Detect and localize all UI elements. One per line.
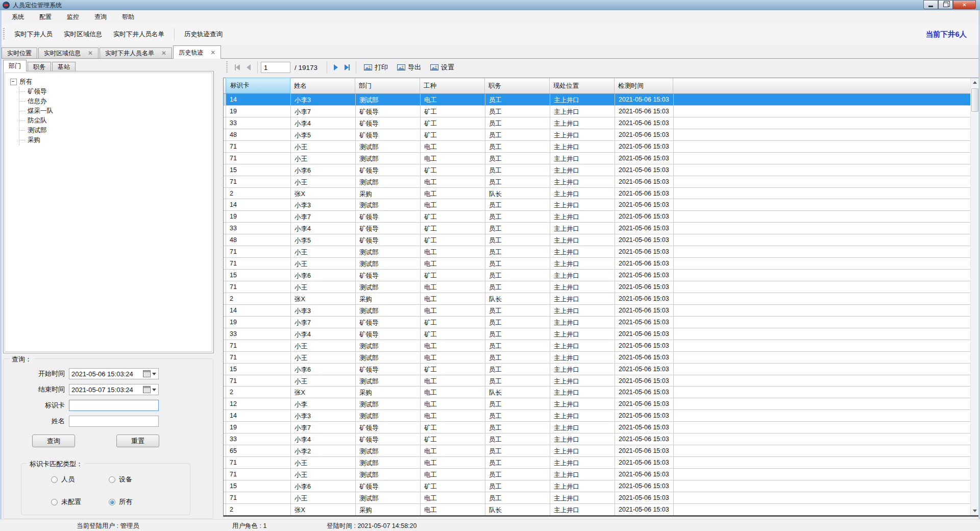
- table-row[interactable]: 65小李2测试部电工员工主上井口2021-05-06 15:03: [224, 445, 970, 457]
- scroll-down-button[interactable]: [971, 506, 979, 515]
- card-id-input[interactable]: [71, 402, 156, 409]
- table-row[interactable]: 33小李4矿领导矿工员工主上井口2021-05-06 15:03: [224, 117, 970, 129]
- tab-department[interactable]: 部门: [3, 60, 27, 71]
- table-row[interactable]: 12小李测试部电工员工主上井口2021-05-06 15:03: [224, 398, 970, 410]
- tree-node-dust-team[interactable]: 防尘队: [19, 116, 212, 126]
- tab-realtime-area-info[interactable]: 实时区域信息 ✕: [38, 47, 99, 58]
- table-row[interactable]: 48小李5矿领导矿工员工主上井口2021-05-06 15:03: [224, 234, 970, 246]
- prev-page-button[interactable]: [243, 62, 254, 73]
- scrollbar-thumb[interactable]: [971, 88, 978, 112]
- calendar-icon[interactable]: [143, 370, 151, 377]
- search-button[interactable]: 查询: [32, 435, 75, 447]
- start-time-picker[interactable]: 2021-05-06 15:03:24: [69, 368, 159, 379]
- tree-node-test-dept[interactable]: 测试部: [19, 126, 212, 135]
- table-row[interactable]: 2张X采购电工队长主上井口2021-05-06 15:03: [224, 188, 970, 200]
- tab-close-icon[interactable]: ✕: [210, 50, 215, 56]
- table-row[interactable]: 33小李4矿领导矿工员工主上井口2021-05-06 15:03: [224, 433, 970, 445]
- menu-item-help[interactable]: 帮助: [114, 11, 142, 23]
- tab-realtime-position[interactable]: 实时位置: [2, 47, 37, 58]
- export-button[interactable]: 导出: [393, 61, 426, 74]
- table-row[interactable]: 71小王测试部电工员工主上井口2021-05-06 15:03: [224, 141, 970, 153]
- radio-icon[interactable]: [109, 499, 115, 505]
- restore-button[interactable]: [938, 0, 953, 9]
- toolbar-history-track-query[interactable]: 历史轨迹查询: [179, 27, 228, 42]
- table-row[interactable]: 71小王测试部电工员工主上井口2021-05-06 15:03: [224, 258, 970, 270]
- minimize-button[interactable]: [923, 0, 938, 9]
- print-button[interactable]: 打印: [359, 61, 393, 74]
- table-row[interactable]: 2张X采购电工队长主上井口2021-05-06 15:03: [224, 293, 970, 305]
- match-option-2[interactable]: 未配置: [51, 497, 81, 506]
- menu-item-monitor[interactable]: 监控: [59, 11, 87, 23]
- radio-icon[interactable]: [51, 476, 58, 483]
- menu-item-system[interactable]: 系统: [4, 11, 32, 23]
- toolbar-realtime-underground[interactable]: 实时下井人员: [9, 27, 58, 42]
- table-row[interactable]: 14小李3测试部电工员工主上井口2021-05-06 15:03: [224, 94, 970, 106]
- chevron-down-icon[interactable]: [152, 389, 156, 391]
- column-header-current-location[interactable]: 现处位置: [550, 78, 615, 93]
- next-page-button[interactable]: [330, 62, 341, 73]
- table-row[interactable]: 33小李4矿领导矿工员工主上井口2021-05-06 15:03: [224, 328, 970, 340]
- table-row[interactable]: 15小李6矿领导矿工员工主上井口2021-05-06 15:03: [224, 364, 970, 375]
- table-row[interactable]: 15小李6矿领导矿工员工主上井口2021-05-06 15:03: [224, 270, 970, 281]
- toolbar-underground-list[interactable]: 实时下井人员名单: [108, 27, 170, 42]
- table-row[interactable]: 71小王测试部电工员工主上井口2021-05-06 15:03: [224, 340, 970, 352]
- tab-close-icon[interactable]: ✕: [161, 50, 166, 56]
- table-row[interactable]: 71小王测试部电工员工主上井口2021-05-06 15:03: [224, 492, 970, 504]
- column-header-card-id[interactable]: 标识卡: [226, 78, 290, 93]
- table-row[interactable]: 48小李5矿领导矿工员工主上井口2021-05-06 15:03: [224, 129, 970, 141]
- close-button[interactable]: ✕: [953, 0, 976, 9]
- chevron-down-icon[interactable]: [152, 373, 156, 375]
- reset-button[interactable]: 重置: [116, 435, 159, 447]
- table-row[interactable]: 71小王测试部电工员工主上井口2021-05-06 15:03: [224, 153, 970, 164]
- tab-history-track[interactable]: 历史轨迹 ✕: [173, 45, 221, 59]
- table-row[interactable]: 71小王测试部电工员工主上井口2021-05-06 15:03: [224, 281, 970, 293]
- tab-position[interactable]: 职务: [28, 62, 51, 71]
- tab-station[interactable]: 基站: [52, 62, 76, 71]
- table-row[interactable]: 2张X采购电工队长主上井口2021-05-06 15:03: [224, 387, 970, 398]
- menu-item-config[interactable]: 配置: [32, 11, 59, 23]
- toolbar-realtime-area[interactable]: 实时区域信息: [58, 27, 108, 42]
- table-row[interactable]: 71小王测试部电工员工主上井口2021-05-06 15:03: [224, 176, 970, 188]
- match-option-0[interactable]: 人员: [51, 475, 75, 484]
- column-header-department[interactable]: 部门: [355, 78, 420, 93]
- tree-node-coal-team1[interactable]: 煤采一队: [19, 106, 212, 116]
- table-row[interactable]: 71小王测试部电工员工主上井口2021-05-06 15:03: [224, 375, 970, 387]
- scroll-up-button[interactable]: [971, 78, 979, 87]
- radio-icon[interactable]: [109, 476, 115, 483]
- table-row[interactable]: 19小李7矿领导矿工员工主上井口2021-05-06 15:03: [224, 106, 970, 117]
- menu-item-query[interactable]: 查询: [87, 11, 114, 23]
- vertical-scrollbar[interactable]: [970, 78, 979, 515]
- calendar-icon[interactable]: [143, 386, 151, 393]
- column-header-job-type[interactable]: 工种: [420, 78, 485, 93]
- column-header-name[interactable]: 姓名: [290, 78, 355, 93]
- tree-node-info-office[interactable]: 信息办: [19, 96, 212, 106]
- tab-close-icon[interactable]: ✕: [88, 50, 93, 56]
- match-option-3[interactable]: 所有: [109, 497, 132, 506]
- name-input[interactable]: [71, 418, 156, 425]
- end-time-picker[interactable]: 2021-05-07 15:03:24: [69, 384, 159, 395]
- table-row[interactable]: 14小李3测试部电工员工主上井口2021-05-06 15:03: [224, 410, 970, 422]
- table-row[interactable]: 15小李6矿领导矿工员工主上井口2021-05-06 15:03: [224, 480, 970, 492]
- column-header-position[interactable]: 职务: [485, 78, 550, 93]
- table-row[interactable]: 71小王测试部电工员工主上井口2021-05-06 15:03: [224, 457, 970, 469]
- tree-node-all[interactable]: 所有: [10, 77, 212, 87]
- table-row[interactable]: 71小王测试部电工员工主上井口2021-05-06 15:03: [224, 352, 970, 364]
- table-row[interactable]: 14小李3测试部电工员工主上井口2021-05-06 15:03: [224, 199, 970, 211]
- table-row[interactable]: 71小王测试部电工员工主上井口2021-05-06 15:03: [224, 469, 970, 480]
- radio-icon[interactable]: [51, 499, 58, 505]
- last-page-button[interactable]: [341, 62, 353, 73]
- column-header-detect-time[interactable]: 检测时间: [615, 78, 673, 93]
- table-row[interactable]: 71小王测试部电工员工主上井口2021-05-06 15:03: [224, 246, 970, 258]
- tree-node-purchase[interactable]: 采购: [19, 135, 212, 145]
- tab-underground-list[interactable]: 实时下井人员名单 ✕: [100, 47, 172, 58]
- collapse-icon[interactable]: [10, 79, 17, 85]
- table-row[interactable]: 14小李3测试部电工员工主上井口2021-05-06 15:03: [224, 305, 970, 317]
- first-page-button[interactable]: [232, 62, 243, 73]
- table-row[interactable]: 19小李7矿领导矿工员工主上井口2021-05-06 15:03: [224, 317, 970, 328]
- match-option-1[interactable]: 设备: [109, 475, 132, 484]
- tree-node-mine-leader[interactable]: 矿领导: [19, 87, 212, 96]
- table-row[interactable]: 19小李7矿领导矿工员工主上井口2021-05-06 15:03: [224, 422, 970, 433]
- table-row[interactable]: 19小李7矿领导矿工员工主上井口2021-05-06 15:03: [224, 211, 970, 223]
- table-row[interactable]: 15小李6矿领导矿工员工主上井口2021-05-06 15:03: [224, 164, 970, 176]
- page-number-input[interactable]: [261, 62, 290, 73]
